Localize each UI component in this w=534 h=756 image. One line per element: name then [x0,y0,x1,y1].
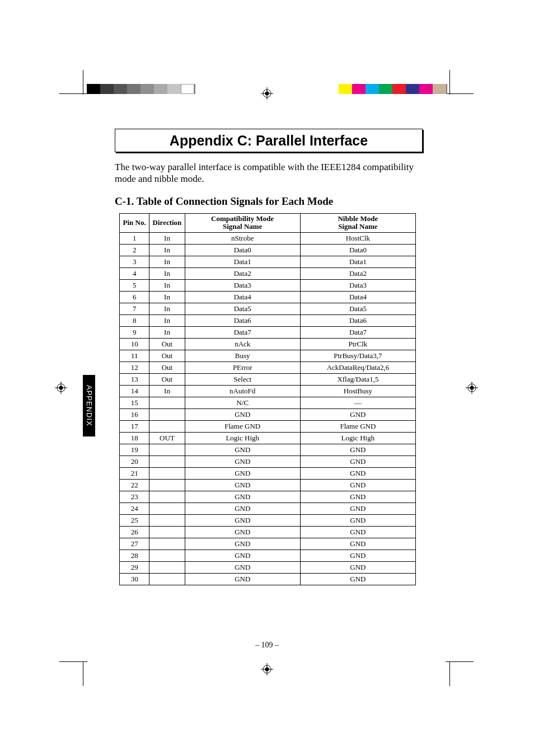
cell-nibble: PtrClk [300,339,415,350]
divider [194,84,195,94]
cell-nibble: GND [300,468,415,480]
cell-dir: Out [149,350,185,362]
swatch [379,84,392,94]
side-tab-appendix: APPENDIX [83,375,95,436]
cell-nibble: Data1 [300,256,415,268]
cell-compat: Select [185,374,300,386]
cell-nibble: Data0 [300,245,415,256]
cell-pin: 30 [120,574,149,585]
cell-dir [149,491,185,503]
cell-compat: Busy [185,350,300,362]
table-row: 21GNDGND [120,468,416,480]
cell-compat: GND [185,527,300,538]
cell-dir [149,480,185,491]
cell-dir [149,503,185,515]
cell-pin: 26 [120,527,149,538]
cell-compat: GND [185,574,300,585]
header-nibble: Nibble Mode Signal Name [300,213,415,233]
table-row: 27GNDGND [120,538,416,550]
cell-nibble: GND [300,491,415,503]
cell-compat: Data7 [185,327,300,339]
cell-nibble: Data7 [300,327,415,339]
cell-pin: 16 [120,409,149,421]
cell-pin: 22 [120,480,149,491]
swatch [352,84,366,94]
registration-mark-icon [55,382,67,394]
cell-nibble: Flame GND [300,421,415,433]
swatch [154,84,167,94]
cell-nibble: GND [300,538,415,550]
registration-mark-icon [261,87,273,100]
crop-mark [83,661,83,686]
cell-pin: 29 [120,562,149,574]
cell-compat: GND [185,562,300,574]
table-row: 30GNDGND [120,574,416,585]
cell-compat: GND [185,491,300,503]
cell-dir: In [149,292,185,303]
cell-nibble: AckDataReq/Data2,6 [300,362,415,374]
table-row: 7InData5Data5 [120,303,416,315]
cell-nibble: Data4 [300,292,415,303]
cell-pin: 13 [120,374,149,386]
cell-dir: Out [149,374,185,386]
cell-pin: 7 [120,303,149,315]
cell-dir [149,550,185,562]
table-row: 18OUTLogic HighLogic High [120,433,416,444]
table-row: 23GNDGND [120,491,416,503]
table-row: 29GNDGND [120,562,416,574]
swatch [406,84,419,94]
swatch [114,84,127,94]
cell-dir: In [149,245,185,256]
swatch [366,84,379,94]
cmyk-colorbar [339,84,447,94]
cell-compat: Data5 [185,303,300,315]
table-row: 12OutPErrorAckDataReq/Data2,6 [120,362,416,374]
signals-table: Pin No. Direction Compatibility Mode Sig… [119,213,416,586]
table-row: 1InnStrobeHostClk [120,233,416,245]
grayscale-colorbar [87,84,195,94]
table-row: 8InData6Data6 [120,315,416,327]
swatch [87,84,100,94]
cell-pin: 9 [120,327,149,339]
cell-dir: In [149,386,185,397]
cell-compat: Data3 [185,280,300,292]
cell-nibble: GND [300,527,415,538]
cell-nibble: Logic High [300,433,415,444]
swatch [181,84,194,94]
cell-pin: 11 [120,350,149,362]
crop-mark [449,661,450,686]
table-row: 17Flame GNDFlame GND [120,421,416,433]
cell-nibble: GND [300,409,415,421]
table-row: 28GNDGND [120,550,416,562]
cell-nibble: HostClk [300,233,415,245]
cell-nibble: Data5 [300,303,415,315]
cell-compat: Data2 [185,268,300,280]
crop-mark [83,70,83,95]
intro-paragraph: The two-way parallel interface is compat… [115,161,423,185]
table-header-row: Pin No. Direction Compatibility Mode Sig… [120,213,416,233]
cell-pin: 23 [120,491,149,503]
header-pin: Pin No. [120,213,149,233]
cell-compat: GND [185,444,300,456]
table-row: 13OutSelectXflag/Data1,5 [120,374,416,386]
cell-compat: Data0 [185,245,300,256]
header-nibble-l2: Signal Name [338,222,377,231]
cell-compat: GND [185,409,300,421]
cell-pin: 3 [120,256,149,268]
cell-compat: Flame GND [185,421,300,433]
registration-mark-icon [466,382,478,394]
cell-pin: 15 [120,397,149,409]
cell-compat: GND [185,550,300,562]
cell-nibble: GND [300,574,415,585]
cell-compat: PError [185,362,300,374]
cell-pin: 5 [120,280,149,292]
swatch [419,84,433,94]
appendix-title-box: Appendix C: Parallel Interface [115,129,423,152]
cell-dir [149,468,185,480]
cell-nibble: — [300,397,415,409]
cell-dir [149,409,185,421]
table-row: 26GNDGND [120,527,416,538]
header-compat: Compatibility Mode Signal Name [185,213,300,233]
cell-pin: 12 [120,362,149,374]
cell-pin: 6 [120,292,149,303]
